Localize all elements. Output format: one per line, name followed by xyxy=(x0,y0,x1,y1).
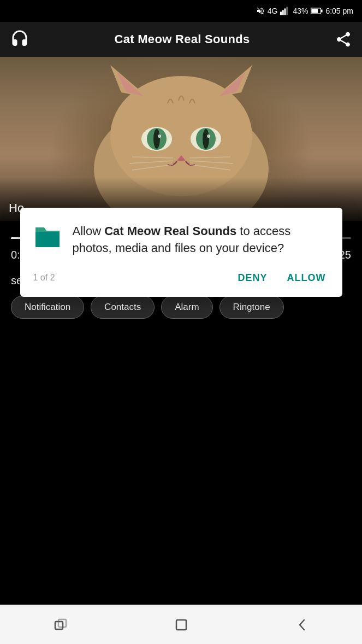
svg-rect-28 xyxy=(35,232,60,247)
battery-percent: 43% xyxy=(293,7,308,15)
battery-icon xyxy=(311,7,323,15)
cat-image-container: Ho xyxy=(0,57,362,221)
dialog-footer: 1 of 2 DENY ALLOW xyxy=(33,270,329,286)
status-bar: 4G 43% 6:05 pm xyxy=(0,0,362,22)
home-button[interactable] xyxy=(168,612,194,638)
svg-rect-2 xyxy=(284,9,286,15)
home-icon xyxy=(174,617,189,633)
app-title: Cat Meow Real Sounds xyxy=(114,32,250,46)
signal-icon xyxy=(280,7,290,15)
svg-point-19 xyxy=(158,134,161,138)
permission-dialog: Allow Cat Meow Real Sounds to access pho… xyxy=(20,208,342,297)
mute-icon xyxy=(256,7,265,15)
svg-point-18 xyxy=(203,129,209,149)
time-display: 6:05 pm xyxy=(325,7,353,15)
svg-rect-0 xyxy=(280,12,282,15)
dialog-top: Allow Cat Meow Real Sounds to access pho… xyxy=(33,223,329,257)
svg-marker-10 xyxy=(214,65,252,98)
alarm-button[interactable]: Alarm xyxy=(161,296,212,319)
share-icon[interactable] xyxy=(335,31,352,48)
svg-marker-9 xyxy=(110,65,149,98)
allow-button[interactable]: ALLOW xyxy=(284,270,329,286)
svg-rect-6 xyxy=(312,9,318,13)
app-header: Cat Meow Real Sounds xyxy=(0,22,362,57)
svg-point-17 xyxy=(153,129,160,149)
status-icons: 4G 43% 6:05 pm xyxy=(256,7,353,15)
recent-apps-button[interactable] xyxy=(48,612,74,638)
deny-button[interactable]: DENY xyxy=(235,270,271,286)
svg-rect-3 xyxy=(287,7,288,15)
headphone-icon xyxy=(10,30,29,49)
svg-point-20 xyxy=(207,134,210,138)
contacts-button[interactable]: Contacts xyxy=(91,296,155,319)
dialog-message: Allow Cat Meow Real Sounds to access pho… xyxy=(73,223,329,257)
back-button[interactable] xyxy=(289,612,315,638)
ringtone-button[interactable]: Ringtone xyxy=(219,296,284,319)
dialog-counter: 1 of 2 xyxy=(33,273,55,283)
bottom-navigation xyxy=(0,605,362,644)
dialog-actions: DENY ALLOW xyxy=(235,270,329,286)
notification-button[interactable]: Notification xyxy=(11,296,84,319)
svg-rect-31 xyxy=(176,620,186,630)
svg-rect-5 xyxy=(321,9,323,12)
back-icon xyxy=(294,617,310,633)
recent-icon xyxy=(53,617,68,633)
folder-icon xyxy=(33,225,62,249)
signal-label: 4G xyxy=(268,7,278,15)
set-as-buttons: Notification Contacts Alarm Ringtone xyxy=(11,296,351,319)
svg-rect-1 xyxy=(282,10,284,15)
permission-dialog-overlay: Allow Cat Meow Real Sounds to access pho… xyxy=(0,208,362,297)
